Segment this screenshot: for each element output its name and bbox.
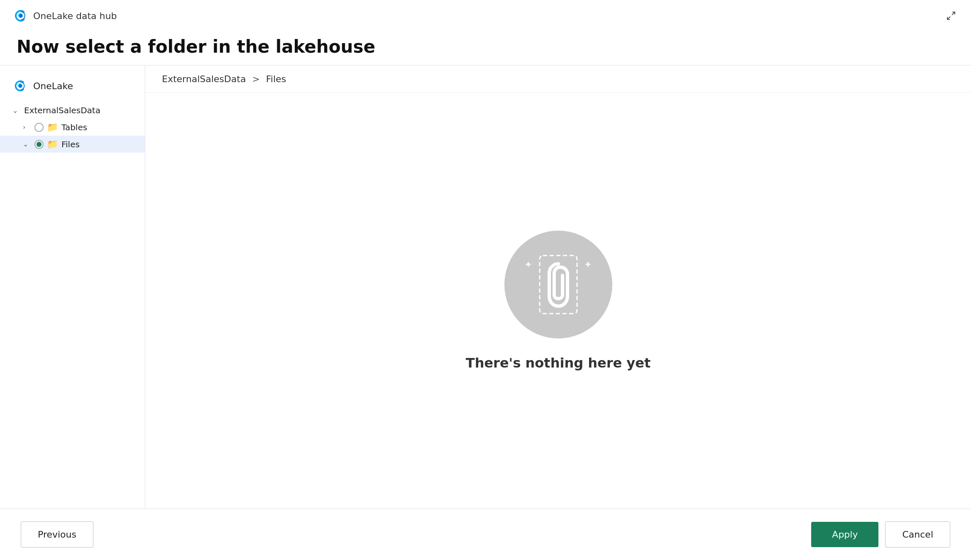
folder-files-icon: 📁 [47,139,58,149]
tree-item-label: Files [61,139,80,149]
previous-button[interactable]: Previous [21,521,93,548]
breadcrumb-part-2: Files [266,74,286,84]
app-title: OneLake data hub [33,11,117,21]
sparkle-icon: ✦ [584,259,592,270]
radio-tables[interactable] [34,123,44,132]
title-bar: OneLake data hub [0,0,971,28]
tree-item-label: Tables [61,122,87,132]
tree-item-files[interactable]: ⌄ 📁 Files [0,136,145,153]
expand-window-button[interactable] [944,8,959,23]
cancel-button[interactable]: Cancel [885,521,950,548]
tree-item-externalsalesdata[interactable]: ⌄ ExternalSalesData [0,102,145,119]
content-area: ExternalSalesData > Files ✦ ✦ There's no… [145,66,971,509]
breadcrumb-part-1: ExternalSalesData [162,74,246,84]
apply-button[interactable]: Apply [811,522,878,547]
sidebar: OneLake ⌄ ExternalSalesData › 📁 Tables ⌄… [0,66,145,509]
footer: Previous Apply Cancel [0,509,971,560]
sidebar-onelake-root: OneLake [0,74,145,98]
sparkle-icon: ✦ [524,259,533,270]
sidebar-onelake-icon [12,78,28,94]
empty-state-message: There's nothing here yet [466,355,651,371]
empty-state: ✦ ✦ There's nothing here yet [145,93,971,509]
onelake-logo-icon [12,7,29,24]
tree-item-label: ExternalSalesData [24,105,100,115]
sidebar-onelake-label: OneLake [33,81,73,91]
main-content: OneLake ⌄ ExternalSalesData › 📁 Tables ⌄… [0,66,971,509]
tree-item-tables[interactable]: › 📁 Tables [0,119,145,136]
folder-tables-icon: 📁 [47,122,58,132]
paperclip-icon [533,251,583,318]
title-bar-left: OneLake data hub [12,7,117,24]
radio-files[interactable] [34,140,44,149]
chevron-down-icon: ⌄ [12,107,21,114]
breadcrumb: ExternalSalesData > Files [145,66,971,93]
footer-right-actions: Apply Cancel [811,521,950,548]
radio-files-selected [37,142,42,147]
chevron-right-icon: › [23,123,31,131]
empty-state-illustration: ✦ ✦ [504,231,612,338]
svg-line-3 [947,17,950,19]
chevron-down-icon: ⌄ [23,140,31,148]
svg-line-2 [952,12,955,15]
page-heading: Now select a folder in the lakehouse [0,28,971,65]
breadcrumb-separator: > [252,74,259,84]
